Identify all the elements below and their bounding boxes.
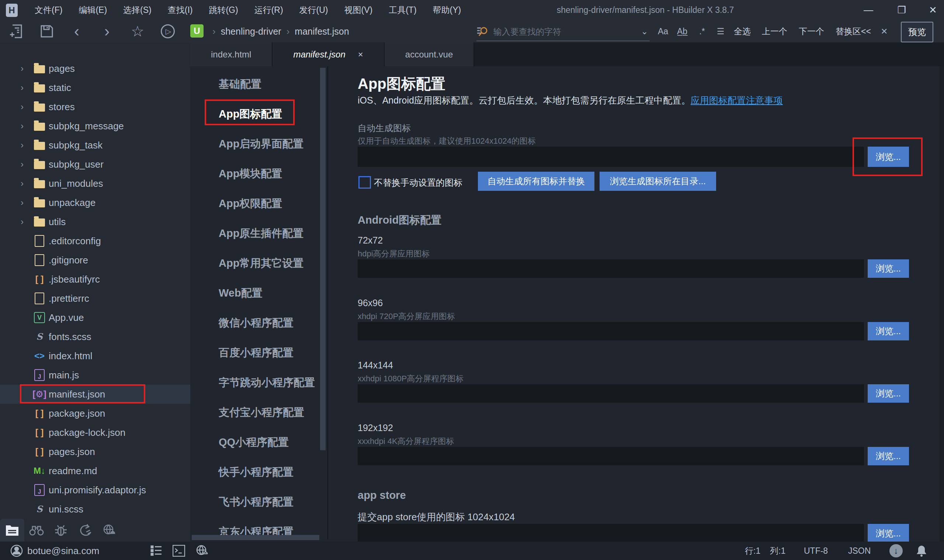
match-case-icon[interactable]: Aa <box>655 20 671 42</box>
tree-item-subpkg_task[interactable]: ›subpkg_task <box>0 135 190 155</box>
tree-item-.prettierrc[interactable]: .prettierrc <box>0 289 190 308</box>
tab-manifest.json[interactable]: manifest.json× <box>273 42 384 66</box>
search-action-2[interactable]: 下一个 <box>799 20 824 42</box>
expand-chevron-icon[interactable]: › <box>21 197 32 208</box>
expand-chevron-icon[interactable]: › <box>21 121 32 131</box>
run-button[interactable]: ▷ <box>159 20 176 42</box>
menu-item-0[interactable]: 文件(F) <box>26 0 71 20</box>
files-panel-icon[interactable] <box>0 519 24 542</box>
regex-icon[interactable]: .* <box>694 20 710 42</box>
search-action-0[interactable]: 全选 <box>734 20 751 42</box>
web-service-icon[interactable] <box>196 545 209 557</box>
back-button[interactable]: ‹ <box>69 20 84 42</box>
appstore-browse-button[interactable]: 浏览... <box>868 524 909 543</box>
android-browse-button[interactable]: 浏览... <box>868 259 909 278</box>
tree-item-index.html[interactable]: <>index.html <box>0 346 190 366</box>
android-icon-path-input[interactable] <box>358 322 864 340</box>
tree-item-uni.scss[interactable]: Suni.scss <box>0 500 190 519</box>
appstore-icon-path-input[interactable] <box>358 524 864 543</box>
tree-item-package-lock.json[interactable]: [ ]package-lock.json <box>0 423 190 442</box>
menu-item-4[interactable]: 跳转(G) <box>201 0 246 20</box>
favorite-star-icon[interactable]: ☆ <box>129 20 146 42</box>
find-input[interactable]: 输入要查找的字符 <box>477 23 650 41</box>
tree-item-pages[interactable]: ›pages <box>0 59 190 78</box>
breadcrumb-file[interactable]: manifest.json <box>295 20 349 42</box>
sync-icon[interactable] <box>73 519 97 542</box>
search-action-3[interactable]: 替换区<< <box>836 20 871 42</box>
minimize-button[interactable]: — <box>856 0 881 20</box>
tree-item-unpackage[interactable]: ›unpackage <box>0 193 190 212</box>
encoding-indicator[interactable]: UTF-8 <box>804 546 828 556</box>
tree-item-.jsbeautifyrc[interactable]: [ ].jsbeautifyrc <box>0 270 190 289</box>
android-icon-path-input[interactable] <box>358 447 864 465</box>
android-icon-path-input[interactable] <box>358 259 864 278</box>
config-nav-快手小程序配置[interactable]: 快手小程序配置 <box>190 457 349 487</box>
globe-cloud-icon[interactable] <box>97 519 122 542</box>
expand-chevron-icon[interactable]: › <box>21 217 32 227</box>
notification-bell-icon[interactable] <box>915 545 928 557</box>
account-email[interactable]: botue@sina.com <box>27 545 100 557</box>
tree-item-static[interactable]: ›static <box>0 78 190 97</box>
breadcrumb-project[interactable]: shenling-driver <box>221 20 281 42</box>
menu-item-8[interactable]: 工具(T) <box>381 0 424 20</box>
tab-account.vue[interactable]: account.vue <box>385 42 474 66</box>
expand-chevron-icon[interactable]: › <box>21 83 32 93</box>
expand-chevron-icon[interactable]: › <box>21 102 32 112</box>
menu-item-1[interactable]: 编辑(E) <box>71 0 115 20</box>
tree-item-subpkg_message[interactable]: ›subpkg_message <box>0 117 190 135</box>
menu-item-6[interactable]: 发行(U) <box>291 0 336 20</box>
content-scrollbar[interactable] <box>939 66 944 542</box>
update-download-icon[interactable]: ↓ <box>889 544 903 557</box>
tree-item-main.js[interactable]: Jmain.js <box>0 366 190 385</box>
account-avatar-icon[interactable] <box>10 545 23 557</box>
expand-chevron-icon[interactable]: › <box>21 178 32 189</box>
dropdown-chevron-icon[interactable]: ⌄ <box>637 20 653 42</box>
save-button[interactable] <box>39 20 55 42</box>
cursor-column[interactable]: 列:1 <box>770 545 785 557</box>
menu-item-5[interactable]: 运行(R) <box>246 0 291 20</box>
tab-index.html[interactable]: index.html <box>190 42 273 66</box>
tree-item-readme.md[interactable]: M↓readme.md <box>0 461 190 480</box>
nav-scrollbar[interactable] <box>320 68 325 450</box>
forward-button[interactable]: › <box>100 20 114 42</box>
search-binoculars-icon[interactable] <box>24 519 49 542</box>
preview-button[interactable]: 预览 <box>901 22 933 42</box>
tree-item-.editorconfig[interactable]: .editorconfig <box>0 231 190 251</box>
maximize-button[interactable]: ❐ <box>889 0 915 20</box>
android-browse-button[interactable]: 浏览... <box>868 447 909 465</box>
tree-item-stores[interactable]: ›stores <box>0 97 190 117</box>
android-browse-button[interactable]: 浏览... <box>868 322 909 340</box>
tree-item-subpkg_user[interactable]: ›subpkg_user <box>0 155 190 174</box>
expand-chevron-icon[interactable]: › <box>21 63 32 74</box>
auto-icon-path-input[interactable] <box>358 147 864 167</box>
tree-item-uni_modules[interactable]: ›uni_modules <box>0 174 190 193</box>
filetype-indicator[interactable]: JSON <box>848 546 871 556</box>
tab-close-icon[interactable]: × <box>358 49 363 60</box>
close-button[interactable]: ✕ <box>920 0 944 20</box>
search-close-icon[interactable]: ✕ <box>877 20 892 42</box>
terminal-icon[interactable] <box>173 545 185 557</box>
tree-item-App.vue[interactable]: VApp.vue <box>0 308 190 327</box>
tree-item-.gitignore[interactable]: .gitignore <box>0 251 190 270</box>
icon-config-notes-link[interactable]: 应用图标配置注意事项 <box>691 95 783 105</box>
cursor-line[interactable]: 行:1 <box>745 545 760 557</box>
generate-all-icons-button[interactable]: 自动生成所有图标并替换 <box>478 172 594 191</box>
menu-item-9[interactable]: 帮助(Y) <box>425 0 469 20</box>
tree-item-pages.json[interactable]: [ ]pages.json <box>0 442 190 461</box>
nav-horizontal-scrollbar[interactable] <box>192 535 319 540</box>
debug-bug-icon[interactable] <box>49 519 73 542</box>
menu-item-3[interactable]: 查找(I) <box>160 0 201 20</box>
tree-item-uni.promisify.adaptor.js[interactable]: Juni.promisify.adaptor.js <box>0 480 190 500</box>
tree-item-utils[interactable]: ›utils <box>0 212 190 231</box>
tree-item-fonts.scss[interactable]: Sfonts.scss <box>0 327 190 346</box>
expand-chevron-icon[interactable]: › <box>21 159 32 169</box>
android-browse-button[interactable]: 浏览... <box>868 384 909 403</box>
search-action-1[interactable]: 上一个 <box>762 20 787 42</box>
expand-chevron-icon[interactable]: › <box>21 140 32 150</box>
tree-item-package.json[interactable]: [ ]package.json <box>0 404 190 423</box>
android-icon-path-input[interactable] <box>358 384 864 403</box>
menu-item-7[interactable]: 视图(V) <box>336 0 381 20</box>
keep-manual-icons-checkbox[interactable] <box>358 176 371 189</box>
filter-lines-icon[interactable]: ☰ <box>713 20 729 42</box>
new-file-button[interactable] <box>8 20 24 42</box>
